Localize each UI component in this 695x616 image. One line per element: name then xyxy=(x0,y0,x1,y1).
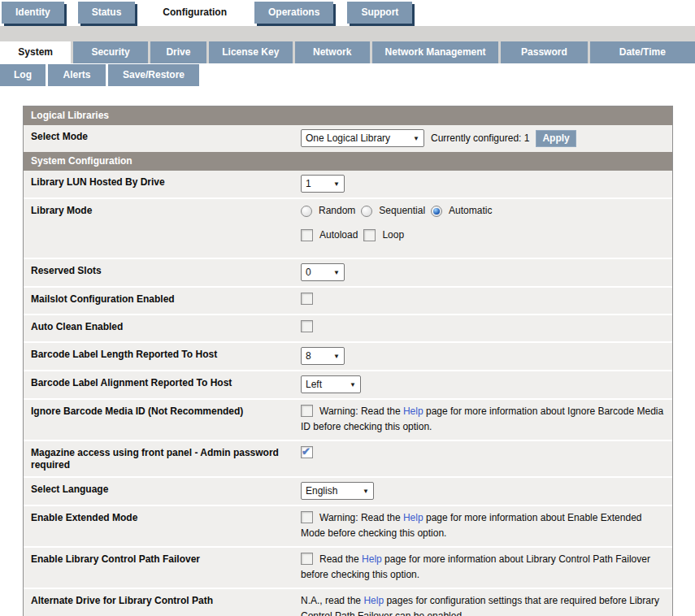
subtab-log[interactable]: Log xyxy=(0,64,46,86)
control-path-failover-label: Enable Library Control Path Failover xyxy=(24,548,294,588)
dropdown-arrow-icon: ▼ xyxy=(363,484,369,499)
checkbox-label: Loop xyxy=(382,228,404,243)
warning-text: Warning: Read the xyxy=(319,406,403,417)
subtab-drive[interactable]: Drive xyxy=(150,41,206,63)
row-barcode-length: Barcode Label Length Reported To Host 8 … xyxy=(24,341,672,370)
subtab-security[interactable]: Security xyxy=(73,41,147,63)
library-mode-label: Library Mode xyxy=(24,199,294,258)
info-text: N.A., read the xyxy=(301,595,363,606)
barcode-length-label: Barcode Label Length Reported To Host xyxy=(24,343,294,370)
main-content: Logical Libraries Select Mode One Logica… xyxy=(0,86,695,616)
currently-configured-text: Currently configured: 1 xyxy=(431,131,529,146)
tab-identity[interactable]: Identity xyxy=(2,2,64,24)
subtab-network[interactable]: Network xyxy=(295,41,370,63)
row-library-lun: Library LUN Hosted By Drive 1 ▼ xyxy=(24,171,672,197)
help-link[interactable]: Help xyxy=(363,595,384,606)
primary-tab-bar: Identity Status Configuration Operations… xyxy=(0,0,695,26)
apply-button[interactable]: Apply xyxy=(536,130,576,147)
radio-label: Automatic xyxy=(449,203,492,219)
radio-option-automatic[interactable]: Automatic xyxy=(431,203,492,219)
tab-support[interactable]: Support xyxy=(347,2,412,24)
row-library-mode: Library Mode Random Sequential xyxy=(24,197,672,258)
section-header-logical-libraries: Logical Libraries xyxy=(24,106,672,125)
radio-label: Random xyxy=(319,203,355,219)
auto-clean-checkbox[interactable] xyxy=(301,320,313,332)
select-mode-dropdown[interactable]: One Logical Library ▼ xyxy=(301,129,424,147)
dropdown-arrow-icon: ▼ xyxy=(350,377,356,393)
tab-configuration[interactable]: Configuration xyxy=(149,2,241,24)
checkbox-option-autoload[interactable]: Autoload xyxy=(301,228,358,243)
tab-operations[interactable]: Operations xyxy=(254,2,333,24)
subtab-alerts[interactable]: Alerts xyxy=(48,64,106,86)
ignore-barcode-checkbox[interactable] xyxy=(301,405,313,417)
barcode-length-dropdown[interactable]: 8 ▼ xyxy=(301,347,345,365)
library-lun-dropdown-value: 1 xyxy=(306,176,311,192)
checkbox-label: Autoload xyxy=(319,228,358,243)
radio-icon[interactable] xyxy=(361,206,372,217)
checkbox-option-loop[interactable]: Loop xyxy=(363,228,404,243)
ignore-barcode-label: Ignore Barcode Media ID (Not Recommended… xyxy=(24,400,294,440)
row-alternate-drive: Alternate Drive for Library Control Path… xyxy=(24,588,672,616)
barcode-alignment-dropdown-value: Left xyxy=(306,377,322,393)
radio-icon[interactable] xyxy=(431,206,442,217)
row-reserved-slots: Reserved Slots 0 ▼ xyxy=(24,258,672,286)
select-language-dropdown[interactable]: English ▼ xyxy=(301,482,374,500)
checkbox-icon[interactable] xyxy=(301,229,313,241)
extended-mode-label: Enable Extended Mode xyxy=(24,506,294,546)
row-mailslot-enabled: Mailslot Configuration Enabled xyxy=(24,286,672,314)
help-link[interactable]: Help xyxy=(403,406,424,417)
extended-mode-checkbox[interactable] xyxy=(301,511,313,523)
dropdown-arrow-icon: ▼ xyxy=(413,131,419,146)
subtab-password[interactable]: Password xyxy=(501,41,587,63)
tape-library-web-ui: Identity Status Configuration Operations… xyxy=(0,0,695,616)
barcode-alignment-label: Barcode Label Alignment Reported To Host xyxy=(24,371,294,398)
library-lun-dropdown[interactable]: 1 ▼ xyxy=(301,175,345,193)
config-subtab-bar: System Security Drive License Key Networ… xyxy=(0,41,695,63)
row-auto-clean-enabled: Auto Clean Enabled xyxy=(24,314,672,341)
info-text: Read the xyxy=(319,553,362,565)
row-enable-extended-mode: Enable Extended Mode Warning: Read the H… xyxy=(24,505,672,546)
magazine-access-checkbox[interactable] xyxy=(301,446,313,458)
mailslot-checkbox[interactable] xyxy=(301,293,313,305)
reserved-slots-dropdown-value: 0 xyxy=(306,265,311,280)
help-link[interactable]: Help xyxy=(403,512,424,523)
subtab-system[interactable]: System xyxy=(0,41,71,63)
dropdown-arrow-icon: ▼ xyxy=(333,265,340,280)
radio-icon[interactable] xyxy=(301,206,312,217)
auto-clean-label: Auto Clean Enabled xyxy=(24,315,294,341)
alternate-drive-label: Alternate Drive for Library Control Path xyxy=(24,589,294,616)
section-header-system-configuration: System Configuration xyxy=(24,152,672,171)
warning-text: Warning: Read the xyxy=(319,512,403,523)
dropdown-arrow-icon: ▼ xyxy=(333,349,340,364)
row-select-mode: Select Mode One Logical Library ▼ Curren… xyxy=(24,125,672,152)
radio-option-random[interactable]: Random xyxy=(301,203,355,219)
barcode-length-dropdown-value: 8 xyxy=(306,349,311,364)
magazine-access-label: Magazine access using front panel - Admi… xyxy=(24,441,294,476)
checkbox-icon[interactable] xyxy=(363,229,376,241)
configuration-table: Logical Libraries Select Mode One Logica… xyxy=(23,106,673,616)
subtab-license-key[interactable]: License Key xyxy=(209,41,292,63)
row-control-path-failover: Enable Library Control Path Failover Rea… xyxy=(24,546,672,588)
tab-status[interactable]: Status xyxy=(78,2,136,24)
library-lun-label: Library LUN Hosted By Drive xyxy=(24,171,294,197)
reserved-slots-dropdown[interactable]: 0 ▼ xyxy=(301,263,345,281)
help-link[interactable]: Help xyxy=(362,553,382,565)
reserved-slots-label: Reserved Slots xyxy=(24,259,294,286)
row-magazine-access: Magazine access using front panel - Admi… xyxy=(24,440,672,476)
config-subtab-bar-2: Log Alerts Save/Restore xyxy=(0,64,695,86)
subtab-strip: System Security Drive License Key Networ… xyxy=(0,26,695,63)
select-language-label: Select Language xyxy=(24,478,294,505)
radio-option-sequential[interactable]: Sequential xyxy=(361,203,425,219)
select-mode-label: Select Mode xyxy=(24,125,294,152)
select-mode-dropdown-value: One Logical Library xyxy=(306,131,390,146)
dropdown-arrow-icon: ▼ xyxy=(333,176,340,192)
control-path-failover-checkbox[interactable] xyxy=(301,553,313,565)
subtab-date-time[interactable]: Date/Time xyxy=(590,41,695,63)
row-select-language: Select Language English ▼ xyxy=(24,476,672,505)
row-ignore-barcode-media-id: Ignore Barcode Media ID (Not Recommended… xyxy=(24,398,672,440)
barcode-alignment-dropdown[interactable]: Left ▼ xyxy=(301,375,361,393)
subtab-save-restore[interactable]: Save/Restore xyxy=(108,64,199,86)
radio-label: Sequential xyxy=(379,203,425,219)
subtab-network-management[interactable]: Network Management xyxy=(372,41,498,63)
mailslot-label: Mailslot Configuration Enabled xyxy=(24,288,294,314)
